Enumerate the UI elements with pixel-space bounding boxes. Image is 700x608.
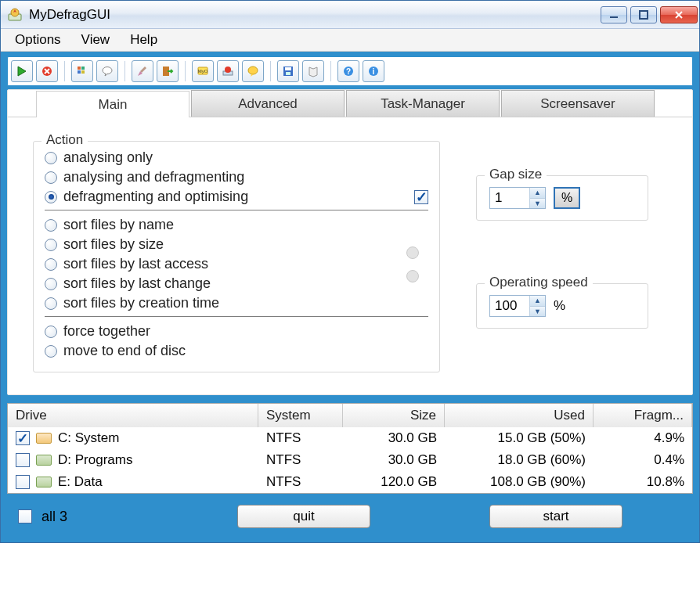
- drive-name: C: System: [58, 430, 119, 446]
- tab-advanced[interactable]: Advanced: [191, 90, 345, 117]
- row-checkbox[interactable]: [16, 475, 30, 489]
- minimize-button[interactable]: [601, 6, 627, 23]
- close-button[interactable]: [660, 6, 698, 23]
- svg-rect-18: [286, 72, 290, 75]
- menu-options[interactable]: Options: [5, 31, 70, 49]
- svg-text:?: ?: [346, 67, 351, 76]
- opt-sort-last-change[interactable]: sort files by last change: [45, 274, 397, 293]
- start-button[interactable]: start: [489, 505, 622, 528]
- gap-spin[interactable]: ▲▼: [489, 187, 546, 209]
- radio-icon: [45, 171, 57, 184]
- radio-icon: [45, 278, 57, 290]
- opt-sort-last-access[interactable]: sort files by last access: [45, 254, 397, 274]
- opt-analyse-defrag[interactable]: analysing and defragmenting: [45, 167, 428, 187]
- gap-size-group: Gap size ▲▼ %: [476, 175, 648, 221]
- svg-rect-2: [610, 16, 618, 18]
- action-group: Action analysing only analysing and defr…: [33, 141, 440, 372]
- grid-icon[interactable]: [71, 60, 93, 82]
- drive-icon: [36, 433, 52, 444]
- table-header: Drive System Size Used Fragm...: [8, 404, 692, 427]
- drive-fs: NTFS: [258, 471, 343, 493]
- toolbar: MyO ? i: [7, 56, 693, 86]
- main-panel: Main Advanced Task-Manager Screensaver A…: [7, 89, 693, 395]
- drive-name: E: Data: [58, 474, 103, 490]
- tab-main[interactable]: Main: [36, 91, 189, 117]
- play-icon[interactable]: [11, 60, 33, 82]
- opt-force-together[interactable]: force together: [45, 322, 428, 341]
- maximize-button[interactable]: [630, 6, 657, 23]
- drive-name: D: Programs: [58, 452, 132, 468]
- drive-size: 30.0 GB: [343, 427, 445, 449]
- menubar: Options View Help: [1, 29, 699, 52]
- row-checkbox[interactable]: ✓: [16, 431, 30, 445]
- save-icon[interactable]: [277, 60, 299, 82]
- myo-icon[interactable]: MyO: [192, 60, 214, 82]
- tab-screensaver[interactable]: Screensaver: [501, 90, 655, 117]
- speed-spin[interactable]: ▲▼: [489, 295, 546, 317]
- quit-button[interactable]: quit: [237, 505, 370, 528]
- radio-icon: [45, 345, 57, 358]
- speed-group: Operating speed ▲▼ %: [476, 283, 648, 329]
- radio-icon: [45, 239, 57, 251]
- footer: all 3 quit start: [7, 494, 693, 531]
- menu-help[interactable]: Help: [121, 31, 167, 49]
- window-title: MyDefragGUI: [29, 7, 601, 23]
- drive-used: 18.0 GB (60%): [445, 449, 594, 471]
- speed-input[interactable]: [490, 296, 529, 316]
- help-icon[interactable]: ?: [337, 60, 359, 82]
- app-window: MyDefragGUI Options View Help MyO: [0, 0, 700, 543]
- chevron-down-icon[interactable]: ▼: [530, 198, 545, 209]
- gap-input[interactable]: [490, 188, 529, 208]
- radio-icon: [45, 152, 57, 164]
- opt-sort-name[interactable]: sort files by name: [45, 215, 397, 235]
- opt-defrag-optimise[interactable]: defragmenting and optimising ✓: [45, 187, 428, 207]
- drive-used: 108.0 GB (90%): [445, 471, 594, 493]
- menu-view[interactable]: View: [72, 31, 120, 49]
- col-drive[interactable]: Drive: [8, 404, 258, 427]
- col-system[interactable]: System: [258, 404, 343, 427]
- opt-sort-creation[interactable]: sort files by creation time: [45, 293, 397, 313]
- drive-fs: NTFS: [258, 449, 343, 471]
- chevron-up-icon[interactable]: ▲: [530, 188, 545, 198]
- chat-icon[interactable]: [242, 60, 264, 82]
- svg-rect-3: [640, 11, 648, 19]
- defrag-icon[interactable]: [217, 60, 239, 82]
- opt-analyse-only[interactable]: analysing only: [45, 148, 428, 167]
- drive-size: 30.0 GB: [343, 449, 445, 471]
- ghost-radio: [406, 270, 419, 282]
- svg-text:i: i: [373, 67, 375, 76]
- chevron-down-icon[interactable]: ▼: [530, 306, 545, 317]
- exit-icon[interactable]: [157, 60, 179, 82]
- drive-used: 15.0 GB (50%): [445, 427, 594, 449]
- svg-text:MyO: MyO: [198, 69, 208, 74]
- tab-task-manager[interactable]: Task-Manager: [346, 90, 500, 117]
- stop-icon[interactable]: [36, 60, 58, 82]
- col-used[interactable]: Used: [445, 404, 594, 427]
- book-icon[interactable]: [302, 60, 324, 82]
- opt-sort-size[interactable]: sort files by size: [45, 235, 397, 254]
- chevron-up-icon[interactable]: ▲: [530, 296, 545, 306]
- drive-frag: 10.8%: [594, 471, 692, 493]
- titlebar: MyDefragGUI: [1, 1, 699, 29]
- drive-frag: 0.4%: [594, 449, 692, 471]
- table-row[interactable]: D: ProgramsNTFS30.0 GB18.0 GB (60%)0.4%: [8, 449, 692, 471]
- row-checkbox[interactable]: [16, 453, 30, 467]
- opt-checkbox[interactable]: ✓: [414, 190, 428, 204]
- svg-rect-5: [78, 67, 81, 70]
- info-icon[interactable]: i: [363, 60, 384, 82]
- radio-icon: [45, 326, 57, 338]
- col-size[interactable]: Size: [343, 404, 445, 427]
- comment-icon[interactable]: [96, 60, 118, 82]
- svg-point-9: [103, 67, 112, 74]
- gap-pct-button[interactable]: %: [554, 187, 580, 209]
- app-icon: [7, 7, 23, 23]
- col-fragm[interactable]: Fragm...: [594, 404, 692, 427]
- speed-pct-label: %: [554, 298, 565, 314]
- svg-rect-17: [285, 67, 291, 70]
- opt-move-end[interactable]: move to end of disc: [45, 341, 428, 361]
- table-row[interactable]: ✓C: SystemNTFS30.0 GB15.0 GB (50%)4.9%: [8, 427, 692, 449]
- table-row[interactable]: E: DataNTFS120.0 GB108.0 GB (90%)10.8%: [8, 471, 692, 493]
- svg-rect-8: [81, 70, 85, 74]
- all-checkbox[interactable]: [18, 509, 32, 523]
- broom-icon[interactable]: [132, 60, 153, 82]
